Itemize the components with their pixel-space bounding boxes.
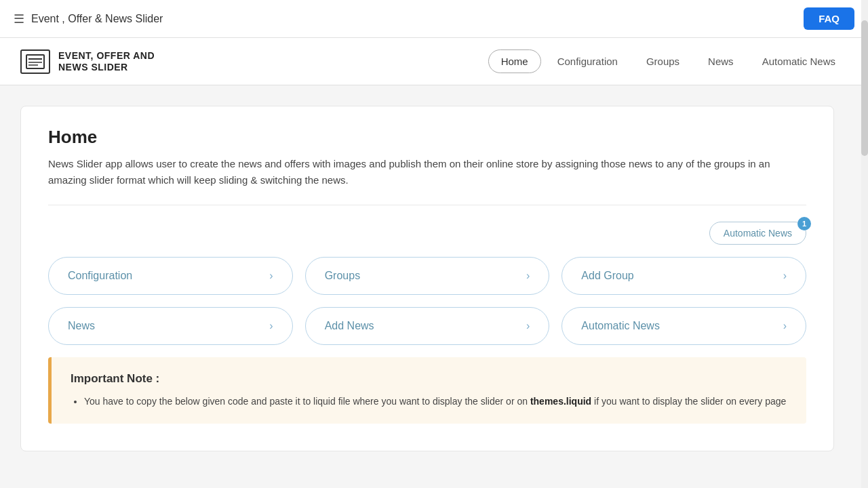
automatic-news-arrow-icon: › — [783, 320, 787, 332]
home-description: News Slider app allows user to create th… — [48, 156, 794, 188]
add-group-button[interactable]: Add Group › — [561, 257, 806, 295]
add-group-arrow-icon: › — [783, 270, 787, 282]
nav-logo-icon — [20, 49, 50, 74]
top-bar-left: ☰ Event , Offer & News Slider — [14, 12, 163, 26]
faq-button[interactable]: FAQ — [804, 7, 854, 30]
scrollbar-thumb[interactable] — [861, 20, 868, 156]
top-bar-title: Event , Offer & News Slider — [31, 13, 163, 25]
nav-logo-text: EVENT, OFFER AND NEWS SLIDER — [58, 50, 155, 73]
important-note-text-before: You have to copy the below given code an… — [84, 396, 530, 407]
nav-bar: EVENT, OFFER AND NEWS SLIDER Home Config… — [0, 38, 868, 85]
groups-arrow-icon: › — [526, 270, 530, 282]
auto-news-badge-label: Automatic News — [724, 228, 792, 239]
important-note-bold: themes.liquid — [530, 396, 591, 407]
groups-button[interactable]: Groups › — [305, 257, 550, 295]
nav-link-automatic-news[interactable]: Automatic News — [750, 50, 848, 73]
nav-links: Home Configuration Groups News Automatic… — [488, 49, 848, 73]
top-bar: ☰ Event , Offer & News Slider FAQ — [0, 0, 868, 38]
main-content: Home News Slider app allows user to crea… — [0, 85, 854, 451]
groups-label: Groups — [325, 270, 360, 282]
scrollbar[interactable] — [861, 0, 868, 488]
add-news-label: Add News — [325, 320, 374, 332]
add-group-label: Add Group — [581, 270, 633, 282]
automatic-news-label: Automatic News — [581, 320, 660, 332]
important-note: Important Note : You have to copy the be… — [48, 357, 806, 424]
configuration-arrow-icon: › — [269, 270, 273, 282]
home-card: Home News Slider app allows user to crea… — [20, 106, 834, 451]
add-news-arrow-icon: › — [526, 320, 530, 332]
nav-link-configuration[interactable]: Configuration — [545, 50, 630, 73]
news-label: News — [68, 320, 95, 332]
home-title: Home — [48, 127, 806, 148]
important-note-title: Important Note : — [71, 372, 787, 386]
news-button[interactable]: News › — [48, 307, 293, 345]
auto-news-badge-button[interactable]: Automatic News 1 — [709, 222, 806, 245]
configuration-button[interactable]: Configuration › — [48, 257, 293, 295]
configuration-label: Configuration — [68, 270, 132, 282]
svg-rect-0 — [26, 55, 44, 68]
nav-link-groups[interactable]: Groups — [634, 50, 692, 73]
nav-link-news[interactable]: News — [696, 50, 746, 73]
grid-buttons-row1: Configuration › Groups › Add Group › — [48, 257, 806, 295]
nav-logo: EVENT, OFFER AND NEWS SLIDER — [20, 49, 155, 74]
add-news-button[interactable]: Add News › — [305, 307, 550, 345]
divider — [48, 205, 806, 205]
important-note-text-after: if you want to display the slider on eve… — [591, 396, 786, 407]
auto-news-badge-row: Automatic News 1 — [48, 222, 806, 245]
auto-news-badge-count: 1 — [797, 217, 811, 230]
grid-buttons-row2: News › Add News › Automatic News › — [48, 307, 806, 345]
automatic-news-button[interactable]: Automatic News › — [561, 307, 806, 345]
logo-svg-icon — [26, 54, 45, 69]
menu-icon: ☰ — [14, 12, 24, 26]
important-note-item: You have to copy the below given code an… — [84, 394, 787, 409]
news-arrow-icon: › — [269, 320, 273, 332]
nav-link-home[interactable]: Home — [488, 49, 541, 73]
